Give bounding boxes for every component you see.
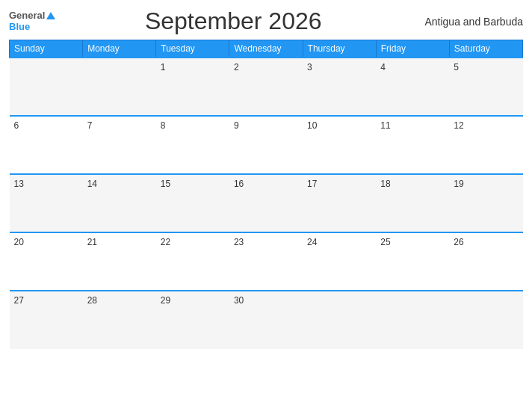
day-cell: 23 [229,232,303,291]
day-cell: 21 [83,232,156,291]
header: General Blue September 2026 Antigua and … [9,7,523,35]
header-friday: Friday [376,40,449,58]
day-number: 11 [380,120,390,131]
day-number: 23 [234,237,244,247]
week-row-1: 12345 [10,58,523,116]
header-saturday: Saturday [449,40,522,58]
day-number: 16 [234,179,244,189]
day-cell: 10 [303,116,376,174]
day-cell: 8 [156,116,229,174]
day-number: 9 [234,120,239,131]
day-cell: 5 [449,58,522,116]
day-cell: 25 [376,232,449,291]
day-cell: 17 [303,174,376,232]
day-cell: 19 [449,174,522,232]
day-cell: 30 [229,291,303,349]
day-number: 15 [161,179,170,189]
day-cell: 9 [229,116,303,174]
day-cell: 29 [156,291,229,349]
day-cell [303,291,376,349]
day-cell: 28 [83,291,156,349]
header-monday: Monday [83,40,156,58]
day-cell: 2 [229,58,303,116]
week-row-2: 6789101112 [10,116,523,174]
logo: General Blue [9,10,55,32]
day-number: 4 [380,62,386,72]
header-sunday: Sunday [10,40,83,58]
header-tuesday: Tuesday [156,40,229,58]
calendar-wrapper: General Blue September 2026 Antigua and … [0,0,532,411]
day-cell: 7 [83,116,156,174]
day-cell: 26 [449,232,522,291]
day-number: 14 [87,179,97,189]
day-number: 25 [380,237,390,247]
header-thursday: Thursday [303,40,376,58]
day-number: 6 [14,120,19,131]
day-cell [10,58,83,116]
week-row-3: 13141516171819 [10,174,523,232]
day-cell: 13 [10,174,83,232]
day-number: 3 [307,62,312,72]
day-number: 10 [307,120,317,131]
day-cell: 11 [376,116,449,174]
day-number: 18 [380,179,390,189]
day-number: 22 [161,237,170,247]
week-row-5: 27282930 [10,291,523,349]
day-number: 12 [454,120,463,131]
day-number: 30 [234,295,244,306]
header-wednesday: Wednesday [229,40,303,58]
day-cell: 18 [376,174,449,232]
day-number: 5 [454,62,459,72]
day-cell: 6 [10,116,83,174]
day-number: 29 [161,295,170,306]
day-number: 1 [161,62,166,72]
country-label: Antigua and Barbuda [411,16,523,28]
day-number: 7 [87,120,93,131]
day-number: 21 [87,237,97,247]
day-number: 26 [454,237,463,247]
day-cell: 27 [10,291,83,349]
day-number: 24 [307,237,317,247]
weekday-header-row: Sunday Monday Tuesday Wednesday Thursday… [10,40,523,58]
day-cell: 24 [303,232,376,291]
day-number: 19 [454,179,463,189]
day-cell: 20 [10,232,83,291]
logo-general-text: General [9,10,45,21]
calendar-title: September 2026 [55,7,411,35]
day-number: 28 [87,295,97,306]
day-number: 13 [14,179,24,189]
day-number: 2 [234,62,239,72]
day-cell: 15 [156,174,229,232]
day-number: 20 [14,237,24,247]
day-cell [449,291,522,349]
day-cell: 3 [303,58,376,116]
day-cell: 4 [376,58,449,116]
day-number: 27 [14,295,24,306]
calendar-table: Sunday Monday Tuesday Wednesday Thursday… [9,40,523,349]
day-number: 8 [161,120,166,131]
logo-blue-text: Blue [9,22,30,32]
day-number: 17 [307,179,317,189]
day-cell: 12 [449,116,522,174]
day-cell: 16 [229,174,303,232]
day-cell: 1 [156,58,229,116]
day-cell: 22 [156,232,229,291]
day-cell: 14 [83,174,156,232]
logo-triangle-icon [46,12,55,19]
week-row-4: 20212223242526 [10,232,523,291]
day-cell [376,291,449,349]
day-cell [83,58,156,116]
